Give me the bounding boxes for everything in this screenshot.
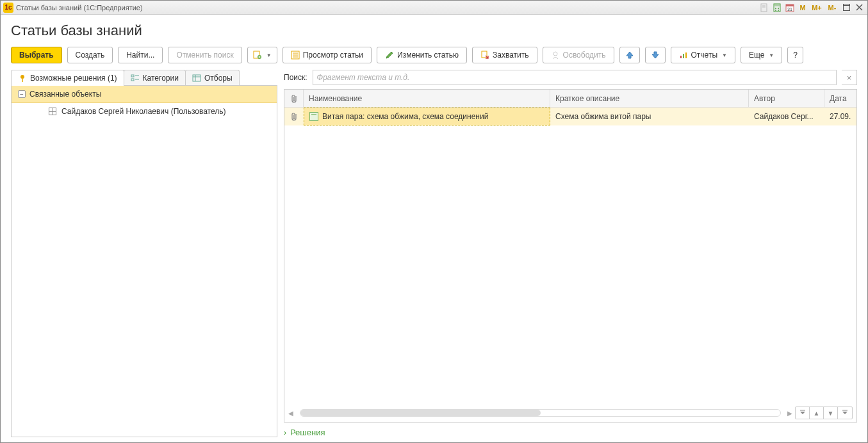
chevron-down-icon: ▼ xyxy=(266,52,272,58)
svg-point-7 xyxy=(775,10,776,11)
m-minus-button[interactable]: M- xyxy=(825,3,839,13)
svg-text:31: 31 xyxy=(787,7,792,12)
nav-down-button[interactable]: ▼ xyxy=(824,407,838,419)
more-button[interactable]: Еще ▼ xyxy=(741,47,782,63)
chevron-down-icon: ▼ xyxy=(722,52,727,58)
view-icon xyxy=(291,51,300,60)
collapse-icon[interactable]: − xyxy=(18,90,26,98)
content-area: Статьи базы знаний Выбрать Создать Найти… xyxy=(1,15,867,442)
svg-point-25 xyxy=(553,52,557,56)
col-date[interactable]: Дата xyxy=(824,90,856,107)
m-plus-button[interactable]: M+ xyxy=(810,3,824,13)
paperclip-icon xyxy=(290,94,298,103)
paperclip-icon xyxy=(290,112,298,121)
chart-icon xyxy=(679,51,688,60)
find-button[interactable]: Найти... xyxy=(118,47,163,63)
scroll-right-icon[interactable]: ▶ xyxy=(787,410,792,417)
cell-date: 27.09. xyxy=(824,108,856,125)
chevron-right-icon: › xyxy=(284,428,286,437)
svg-rect-26 xyxy=(680,56,682,58)
titlebar-controls: 31 M M+ M- xyxy=(758,3,865,13)
calc-icon[interactable] xyxy=(771,3,783,13)
release-icon xyxy=(551,51,560,60)
left-panel: Возможные решения (1) Категории Отборы −… xyxy=(11,70,277,437)
window-title: Статьи базы знаний (1С:Предприятие) xyxy=(16,4,758,12)
svg-rect-4 xyxy=(774,4,780,6)
pencil-icon xyxy=(385,51,394,60)
col-name[interactable]: Наименование xyxy=(304,90,550,107)
tree-item-user[interactable]: Сайдаков Сергей Николаевич (Пользователь… xyxy=(12,103,277,120)
arrow-down-icon xyxy=(651,51,660,60)
articles-table: Наименование Краткое описание Автор Дата xyxy=(284,89,857,423)
right-panel: Поиск: × Наименование Краткое описание А… xyxy=(284,70,857,437)
search-input[interactable] xyxy=(313,70,837,85)
close-button[interactable] xyxy=(853,3,865,13)
horizontal-scrollbar[interactable] xyxy=(300,409,781,417)
svg-rect-31 xyxy=(131,75,134,77)
svg-point-6 xyxy=(778,8,779,9)
left-tabs: Возможные решения (1) Категории Отборы xyxy=(11,70,277,86)
page-title: Статьи базы знаний xyxy=(11,22,857,39)
edit-article-button[interactable]: Изменить статью xyxy=(377,47,467,63)
tab-filters[interactable]: Отборы xyxy=(185,70,240,86)
nav-first-button[interactable] xyxy=(796,407,810,419)
table-row[interactable]: Витая пара: схема обжима, схема соединен… xyxy=(284,108,856,125)
calendar-icon[interactable]: 31 xyxy=(784,3,796,13)
arrow-down-button[interactable] xyxy=(645,47,666,63)
toolbar: Выбрать Создать Найти... Отменить поиск … xyxy=(11,47,857,63)
m-button[interactable]: M xyxy=(797,3,808,13)
capture-icon xyxy=(480,51,489,60)
reports-button[interactable]: Отчеты ▼ xyxy=(671,47,735,63)
link-dropdown-button[interactable]: ▼ xyxy=(247,47,277,63)
col-author[interactable]: Автор xyxy=(749,90,824,107)
select-button[interactable]: Выбрать xyxy=(11,47,62,63)
search-label: Поиск: xyxy=(284,73,307,82)
svg-point-5 xyxy=(775,8,776,9)
view-article-button[interactable]: Просмотр статьи xyxy=(283,47,372,63)
svg-rect-27 xyxy=(683,54,684,58)
main-area: Возможные решения (1) Категории Отборы −… xyxy=(11,70,857,437)
create-button[interactable]: Создать xyxy=(67,47,113,63)
table-footer: ◀ ▶ ▲ ▼ xyxy=(284,404,856,422)
capture-button[interactable]: Захватить xyxy=(472,47,537,63)
svg-rect-0 xyxy=(761,4,767,12)
release-button: Освободить xyxy=(543,47,614,63)
tree-panel: − Связанные объекты Сайдаков Сергей Нико… xyxy=(11,85,277,437)
nav-last-button[interactable] xyxy=(838,407,852,419)
help-button[interactable]: ? xyxy=(787,47,803,63)
filter-icon xyxy=(192,74,201,83)
app-window: 1c Статьи базы знаний (1С:Предприятие) 3… xyxy=(0,0,868,443)
document-icon xyxy=(309,112,318,121)
arrow-up-icon xyxy=(625,51,634,60)
doc-icon[interactable] xyxy=(758,3,770,13)
svg-rect-28 xyxy=(685,52,687,58)
solutions-label: Решения xyxy=(290,428,325,437)
col-desc[interactable]: Краткое описание xyxy=(550,90,749,107)
arrow-up-button[interactable] xyxy=(619,47,640,63)
cell-attachment xyxy=(284,108,304,125)
svg-rect-32 xyxy=(131,79,134,81)
nav-up-button[interactable]: ▲ xyxy=(810,407,824,419)
tab-solutions[interactable]: Возможные решения (1) xyxy=(11,70,124,86)
maximize-button[interactable] xyxy=(840,3,852,13)
table-body: Витая пара: схема обжима, схема соединен… xyxy=(284,108,856,404)
svg-point-29 xyxy=(20,75,24,79)
cell-name: Витая пара: схема обжима, схема соединен… xyxy=(304,108,550,125)
cell-author: Сайдаков Серг... xyxy=(749,108,824,125)
tab-categories[interactable]: Категории xyxy=(124,70,186,86)
app-icon: 1c xyxy=(3,3,13,13)
col-attachment[interactable] xyxy=(284,90,304,107)
svg-rect-35 xyxy=(193,75,201,81)
table-icon xyxy=(49,108,56,115)
search-clear-button[interactable]: × xyxy=(842,70,857,85)
tree-header[interactable]: − Связанные объекты xyxy=(12,86,277,103)
solutions-footer[interactable]: › Решения xyxy=(284,428,857,437)
pin-icon xyxy=(18,74,27,83)
scroll-left-icon[interactable]: ◀ xyxy=(288,410,293,417)
list-icon xyxy=(131,74,140,83)
search-row: Поиск: × xyxy=(284,70,857,85)
svg-point-8 xyxy=(778,10,779,11)
cell-desc: Схема обжима витой пары xyxy=(550,108,749,125)
table-header: Наименование Краткое описание Автор Дата xyxy=(284,90,856,108)
cancel-search-button: Отменить поиск xyxy=(168,47,242,63)
